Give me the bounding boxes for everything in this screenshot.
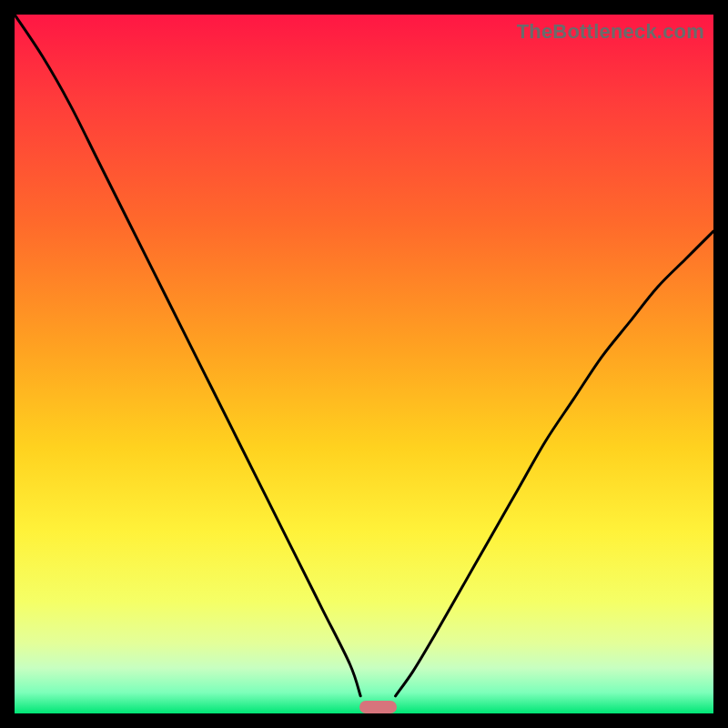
optimum-marker (359, 701, 397, 713)
watermark-text: TheBottleneck.com (517, 20, 704, 44)
plot-area: TheBottleneck.com (15, 15, 713, 713)
heat-gradient-background (15, 15, 713, 713)
plot-svg (15, 15, 713, 713)
chart-frame: TheBottleneck.com (0, 0, 728, 728)
